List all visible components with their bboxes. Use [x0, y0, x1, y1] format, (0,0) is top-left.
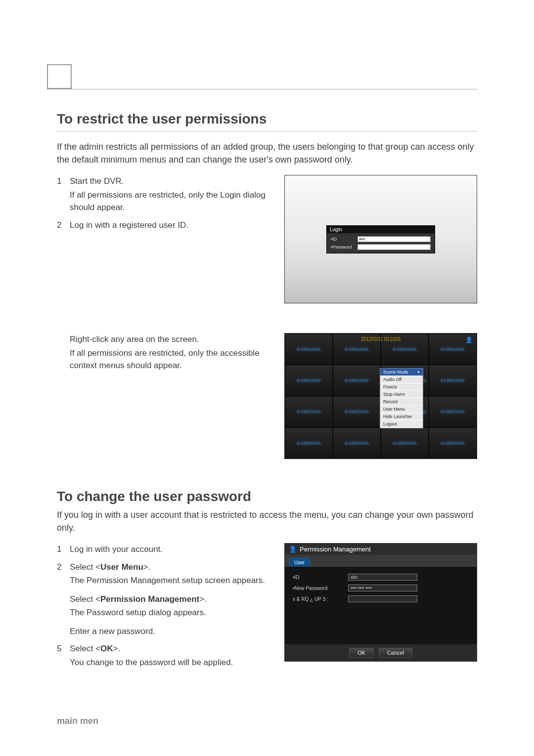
step-text: Log in with a registered user ID.	[70, 220, 188, 230]
samsung-logo: SAMSUNG	[295, 408, 323, 415]
step-text: Start the DVR.	[70, 176, 124, 186]
context-menu[interactable]: Scene Mode Audio Off Freeze Stop Alarm R…	[380, 368, 423, 428]
step-text: Select <OK>.	[70, 644, 120, 653]
samsung-logo: SAMSUNG	[439, 377, 467, 384]
cancel-button[interactable]: Cancel	[379, 648, 412, 658]
step-num: 1	[57, 543, 61, 556]
login-title: Login	[327, 226, 435, 233]
perm-newpw-label: •New Password	[293, 586, 342, 591]
menu-logout[interactable]: Logout	[380, 420, 423, 428]
perm-id-field[interactable]: abc	[348, 574, 417, 581]
midstep: Right-click any area on the screen. If a…	[57, 333, 274, 372]
step-2: 2 Log in with a registered user ID.	[57, 219, 274, 232]
step-5: 5 Select <OK>. You change to the passwor…	[57, 642, 274, 669]
step-text: Enter a new password.	[70, 627, 155, 636]
menu-stop-alarm[interactable]: Stop Alarm	[380, 391, 423, 398]
menu-audio-off[interactable]: Audio Off	[380, 376, 423, 383]
figure-context-menu: 20120101 011025 👤 SAMSUNG SAMSUNG SAMSUN…	[284, 333, 477, 459]
samsung-logo: SAMSUNG	[439, 440, 467, 447]
samsung-logo: SAMSUNG	[295, 377, 323, 384]
timestamp: 20120101 011025	[361, 336, 401, 342]
step-4: Enter a new password.	[57, 625, 274, 638]
perm-title: 👤 Permission Management	[285, 544, 477, 555]
step-1: 1 Log in with your account.	[57, 543, 274, 556]
samsung-logo: SAMSUNG	[391, 440, 419, 447]
samsung-logo: SAMSUNG	[343, 346, 371, 353]
step-1: 1 Start the DVR. If all permissions are …	[57, 175, 274, 214]
section1-steps: 1 Start the DVR. If all permissions are …	[57, 175, 274, 231]
header-rule	[47, 89, 477, 89]
samsung-logo: SAMSUNG	[439, 346, 467, 353]
step-sub: The Password setup dialog appears.	[70, 606, 274, 619]
step-sub: The Permission Management setup screen a…	[70, 574, 274, 587]
step-text: Select <Permission Management>.	[70, 594, 207, 604]
menu-hide-launcher[interactable]: Hide Launcher	[380, 413, 423, 420]
section-title-change-pw: To change the user password	[57, 489, 477, 504]
header-box	[47, 64, 72, 89]
step-num: 2	[57, 561, 61, 574]
menu-user-menu[interactable]: User Menu	[380, 406, 423, 413]
user-icon: 👤	[465, 336, 473, 343]
step-2: 2 Select <User Menu>. The Permission Man…	[57, 561, 274, 587]
samsung-logo: SAMSUNG	[295, 440, 323, 447]
perm-newpw-field[interactable]: •••• •••• ••••	[348, 585, 417, 591]
login-id-input[interactable]	[357, 236, 431, 242]
section1-intro: If the admin restricts all permissions o…	[57, 140, 477, 166]
step-num: 2	[57, 219, 61, 232]
footer-text: main men	[57, 716, 98, 726]
figure-login: Login •ID •Password	[284, 175, 477, 303]
step-num: 1	[57, 175, 61, 188]
midstep-text: Right-click any area on the screen.	[70, 335, 199, 344]
menu-freeze[interactable]: Freeze	[380, 383, 423, 391]
login-dialog: Login •ID •Password	[326, 225, 435, 253]
login-password-label: •Password	[331, 244, 356, 250]
step-num: 5	[57, 642, 61, 655]
samsung-logo: SAMSUNG	[343, 408, 371, 415]
midstep-sub: If all permissions are restricted, only …	[70, 347, 274, 372]
section-title-restrict: To restrict the user permissions	[57, 111, 477, 127]
samsung-logo: SAMSUNG	[343, 377, 371, 384]
step-3: Select <Permission Management>. The Pass…	[57, 593, 274, 619]
perm-tabs: User	[285, 555, 477, 567]
step-text: Log in with your account.	[70, 545, 163, 554]
perm-id-label: •ID	[293, 575, 342, 580]
tab-user[interactable]: User	[289, 558, 310, 567]
figure-permission-mgmt: 👤 Permission Management User •ID abc •Ne…	[284, 543, 477, 662]
menu-record[interactable]: Record	[380, 398, 423, 406]
perm-confirm-label: x & RQ ¿ UP 3 :	[293, 596, 342, 602]
login-id-label: •ID	[331, 236, 356, 242]
section-divider	[57, 131, 477, 131]
samsung-logo: SAMSUNG	[295, 346, 323, 353]
menu-scene-mode[interactable]: Scene Mode	[380, 369, 423, 376]
step-text: Select <User Menu>.	[70, 562, 150, 572]
samsung-logo: SAMSUNG	[439, 408, 467, 415]
user-icon: 👤	[289, 546, 297, 553]
login-password-input[interactable]	[357, 244, 431, 250]
samsung-logo: SAMSUNG	[391, 346, 419, 353]
section2-intro: If you log in with a user account that i…	[57, 508, 477, 534]
section2-steps: 1 Log in with your account. 2 Select <Us…	[57, 543, 274, 669]
step-sub: You change to the password will be appli…	[70, 656, 274, 669]
samsung-logo: SAMSUNG	[343, 440, 371, 447]
perm-confirm-field[interactable]	[348, 595, 417, 602]
section1-midstep: Right-click any area on the screen. If a…	[57, 333, 274, 372]
ok-button[interactable]: OK	[349, 648, 374, 658]
step-subtext: If all permissions are restricted, only …	[70, 189, 274, 214]
